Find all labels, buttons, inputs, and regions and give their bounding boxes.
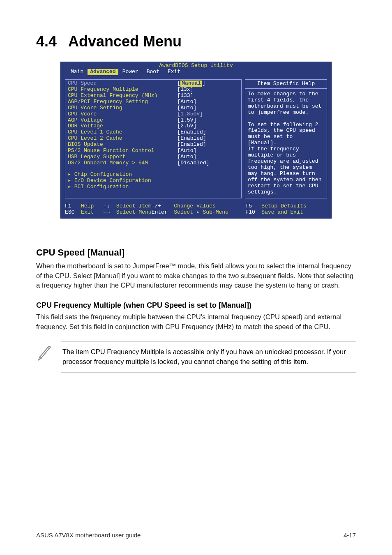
bios-setting-label[interactable]: BIOS Update — [68, 142, 175, 148]
page-footer: ASUS A7V8X motherboard user guide 4-17 — [36, 528, 356, 539]
note-text: The item CPU Frequency Multiple is acces… — [61, 341, 356, 373]
bios-setting-label[interactable]: CPU Speed — [68, 81, 175, 87]
bios-setting-value[interactable]: [Enabled] — [177, 136, 239, 142]
bios-submenu-item[interactable]: ▸ Chip Configuration — [68, 172, 175, 178]
bios-title: AwardBIOS Setup Utility — [61, 62, 331, 69]
bios-setting-value[interactable]: [Auto] — [177, 154, 239, 160]
bios-footer: F1 Help ↑↓ Select Item ESC Exit ←→ Selec… — [61, 203, 331, 218]
bios-setting-value[interactable]: [2.5V] — [177, 123, 239, 129]
bios-setting-label[interactable]: AGP/PCI Frequency Setting — [68, 99, 175, 105]
heading-number: 4.4 — [36, 33, 57, 50]
label-help: Help — [81, 203, 94, 209]
bios-help-title: Item Specific Help — [245, 80, 327, 89]
note-block: The item CPU Frequency Multiple is acces… — [36, 341, 356, 373]
bios-setting-value[interactable]: [1.5V] — [177, 117, 239, 124]
label-save-exit: Save and Exit — [261, 209, 303, 215]
label-exit: Exit — [81, 209, 94, 215]
bios-setting-value[interactable]: [Auto] — [177, 99, 239, 105]
footer-left: ASUS A7V8X motherboard user guide — [36, 532, 141, 539]
bios-setting-label[interactable]: CPU Level 2 Cache — [68, 136, 175, 142]
bios-setting-value[interactable]: [Enabled] — [177, 142, 239, 148]
bios-tab-advanced[interactable]: Advanced — [88, 69, 118, 75]
bios-setting-value[interactable]: [13x] — [177, 87, 239, 93]
bios-setting-label[interactable]: CPU External Frequency (MHz) — [68, 93, 175, 99]
key-plusminus: -/+ — [152, 203, 161, 209]
key-f1: F1 — [65, 203, 71, 209]
bios-submenu-item[interactable]: ▸ PCI Configuration — [68, 184, 175, 190]
bios-tab-exit[interactable]: Exit — [164, 69, 184, 75]
key-esc: ESC — [65, 209, 74, 215]
bios-setting-label[interactable]: CPU Level 1 Cache — [68, 129, 175, 136]
section-p2: This field sets the frequency multiple b… — [36, 312, 356, 332]
footer-right: 4-17 — [344, 532, 356, 539]
key-f5: F5 — [245, 203, 252, 209]
bios-setting-value[interactable]: [Auto] — [177, 105, 239, 111]
bios-setting-value[interactable]: [Enabled] — [177, 129, 239, 136]
section-p1: When the motherboard is set to JumperFre… — [36, 261, 356, 291]
bios-setting-value[interactable]: [133] — [177, 93, 239, 99]
key-updown: ↑↓ — [104, 203, 110, 209]
label-select-submenu: Select ▸ Sub-Menu — [174, 209, 228, 215]
bios-submenu-item[interactable]: ▸ I/O Device Configuration — [68, 178, 175, 184]
key-enter: Enter — [152, 209, 168, 215]
label-setup-defaults: Setup Defaults — [261, 203, 306, 209]
bios-setting-label[interactable]: CPU Vcore Setting — [68, 105, 175, 111]
bios-setting-label[interactable]: CPU Frequency Multiple — [68, 87, 175, 93]
bios-tab-main[interactable]: Main — [67, 69, 88, 75]
key-leftright: ←→ — [104, 209, 110, 215]
bios-setting-label[interactable]: OS/2 Onboard Memory > 64M — [68, 160, 175, 166]
label-change-values: Change Values — [174, 203, 215, 209]
bios-screenshot: AwardBIOS Setup Utility Main Advanced Po… — [60, 62, 332, 219]
key-f10: F10 — [245, 209, 255, 215]
section-h4: CPU Frequency Multiple (when CPU Speed i… — [36, 301, 356, 310]
section-h3: CPU Speed [Manual] — [36, 247, 356, 258]
bios-main-panel: CPU SpeedCPU Frequency MultipleCPU Exter… — [65, 79, 242, 198]
bios-setting-label[interactable]: DDR Voltage — [68, 123, 175, 129]
bios-setting-value[interactable]: [Disabled] — [177, 160, 239, 166]
bios-setting-label[interactable]: USB Legacy Support — [68, 154, 175, 160]
label-select-menu: Select Menu — [116, 209, 152, 215]
note-icon — [36, 341, 61, 363]
bios-tab-bar: Main Advanced Power Boot Exit — [61, 69, 331, 77]
label-select-item: Select Item — [116, 203, 152, 209]
bios-setting-value[interactable]: [Auto] — [177, 148, 239, 154]
bios-tab-power[interactable]: Power — [118, 69, 143, 75]
bios-setting-value[interactable]: [Manual] — [177, 81, 239, 87]
page-heading: 4.4Advanced Menu — [36, 33, 356, 50]
bios-help-panel: Item Specific Help To make changes to th… — [245, 79, 327, 198]
heading-title: Advanced Menu — [68, 33, 182, 50]
bios-setting-label[interactable]: PS/2 Mouse Function Control — [68, 148, 175, 154]
bios-setting-value[interactable]: [1.850V] — [177, 111, 239, 117]
bios-setting-label[interactable]: CPU Vcore — [68, 111, 175, 117]
bios-tab-boot[interactable]: Boot — [143, 69, 164, 75]
bios-setting-label[interactable]: AGP Voltage — [68, 117, 175, 124]
bios-help-text: To make changes to the first 4 fields, t… — [245, 89, 327, 198]
